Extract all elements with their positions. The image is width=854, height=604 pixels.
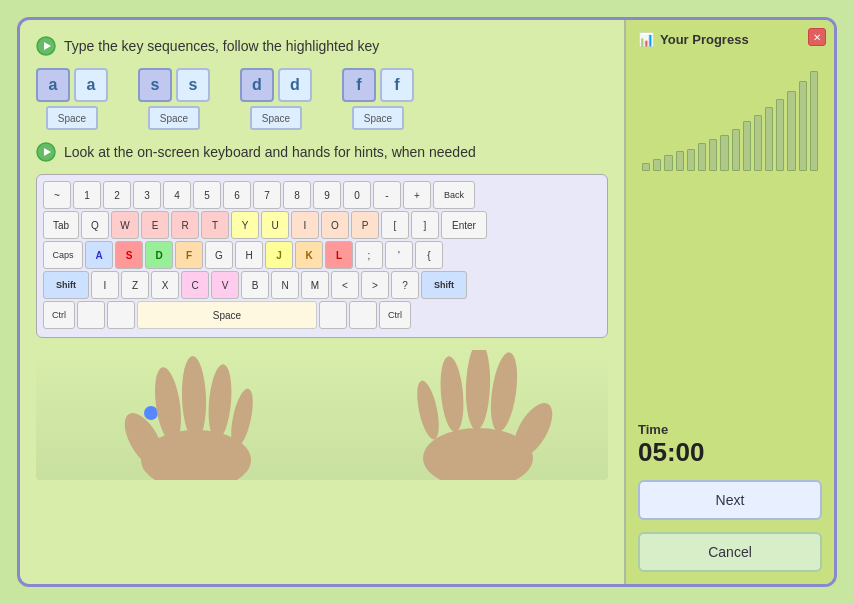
kb-2: 2 xyxy=(103,181,131,209)
keyboard: ~ 1 2 3 4 5 6 7 8 9 0 - + Back Tab Q W E xyxy=(36,174,608,338)
bar xyxy=(765,107,773,171)
kb-slash: ? xyxy=(391,271,419,299)
kb-lbrace: { xyxy=(415,241,443,269)
kb-p: P xyxy=(351,211,379,239)
kb-gt: > xyxy=(361,271,389,299)
kb-g: G xyxy=(205,241,233,269)
kb-l: L xyxy=(325,241,353,269)
kb-x: X xyxy=(151,271,179,299)
key-f-1: f xyxy=(342,68,376,102)
kb-j: J xyxy=(265,241,293,269)
kb-t: T xyxy=(201,211,229,239)
time-value: 05:00 xyxy=(638,437,822,468)
space-key-f: Space xyxy=(352,106,404,130)
kb-empty1 xyxy=(77,301,105,329)
key-s-1: s xyxy=(138,68,172,102)
seq-s: s s Space xyxy=(138,68,210,130)
kb-row-4: Shift I Z X C V B N M < > ? Shift xyxy=(43,271,601,299)
kb-space: Space xyxy=(137,301,317,329)
kb-empty4 xyxy=(349,301,377,329)
kb-q: Q xyxy=(81,211,109,239)
svg-point-13 xyxy=(438,355,467,433)
kb-quote: ' xyxy=(385,241,413,269)
bar xyxy=(676,151,684,171)
bar xyxy=(653,159,661,171)
kb-tab: Tab xyxy=(43,211,79,239)
left-panel: Type the key sequences, follow the highl… xyxy=(20,20,624,584)
close-button[interactable]: ✕ xyxy=(808,28,826,46)
kb-back: Back xyxy=(433,181,475,209)
kb-lt: < xyxy=(331,271,359,299)
time-section: Time 05:00 xyxy=(638,422,822,468)
kb-empty2 xyxy=(107,301,135,329)
bar xyxy=(687,149,695,171)
progress-section: 📊 Your Progress xyxy=(638,32,822,410)
key-f-2: f xyxy=(380,68,414,102)
seq-f: f f Space xyxy=(342,68,414,130)
kb-4: 4 xyxy=(163,181,191,209)
seq-a: a a Space xyxy=(36,68,108,130)
kb-row-5: Ctrl Space Ctrl xyxy=(43,301,601,329)
kb-f: F xyxy=(175,241,203,269)
kb-empty3 xyxy=(319,301,347,329)
bar xyxy=(709,139,717,171)
kb-semicolon: ; xyxy=(355,241,383,269)
kb-plus: + xyxy=(403,181,431,209)
kb-9: 9 xyxy=(313,181,341,209)
key-s-2: s xyxy=(176,68,210,102)
main-window: Type the key sequences, follow the highl… xyxy=(17,17,837,587)
kb-v: V xyxy=(211,271,239,299)
bar xyxy=(754,115,762,171)
kb-d: D xyxy=(145,241,173,269)
svg-point-15 xyxy=(487,351,522,434)
instruction-1: Type the key sequences, follow the highl… xyxy=(36,36,608,56)
kb-e: E xyxy=(141,211,169,239)
kb-b: B xyxy=(241,271,269,299)
space-key-d: Space xyxy=(250,106,302,130)
cancel-button[interactable]: Cancel xyxy=(638,532,822,572)
key-a-1: a xyxy=(36,68,70,102)
key-d-1: d xyxy=(240,68,274,102)
instruction-2: Look at the on-screen keyboard and hands… xyxy=(36,142,608,162)
bar xyxy=(664,155,672,171)
bar xyxy=(776,99,784,171)
bar xyxy=(642,163,650,171)
kb-tilde: ~ xyxy=(43,181,71,209)
space-key-a: Space xyxy=(46,106,98,130)
kb-n: N xyxy=(271,271,299,299)
kb-a: A xyxy=(85,241,113,269)
bar-chart xyxy=(638,55,822,175)
left-hand xyxy=(96,350,296,480)
play-icon-2[interactable] xyxy=(36,142,56,162)
svg-point-7 xyxy=(181,356,208,441)
progress-label: Your Progress xyxy=(660,32,749,47)
kb-5: 5 xyxy=(193,181,221,209)
kb-h: H xyxy=(235,241,263,269)
kb-u: U xyxy=(261,211,289,239)
kb-lbracket: [ xyxy=(381,211,409,239)
next-button[interactable]: Next xyxy=(638,480,822,520)
bar xyxy=(720,135,728,171)
kb-rshift: Shift xyxy=(421,271,467,299)
bar xyxy=(810,71,818,171)
kb-lshift: Shift xyxy=(43,271,89,299)
kb-8: 8 xyxy=(283,181,311,209)
seq-d: d d Space xyxy=(240,68,312,130)
key-d-2: d xyxy=(278,68,312,102)
kb-k: K xyxy=(295,241,323,269)
svg-point-8 xyxy=(206,363,235,441)
bar xyxy=(787,91,795,171)
kb-0: 0 xyxy=(343,181,371,209)
kb-6: 6 xyxy=(223,181,251,209)
kb-3: 3 xyxy=(133,181,161,209)
play-icon-1[interactable] xyxy=(36,36,56,56)
kb-row-1: ~ 1 2 3 4 5 6 7 8 9 0 - + Back xyxy=(43,181,601,209)
space-key-s: Space xyxy=(148,106,200,130)
kb-m: M xyxy=(301,271,329,299)
key-sequences: a a Space s s Space d d Space xyxy=(36,68,608,130)
key-a-2: a xyxy=(74,68,108,102)
kb-w: W xyxy=(111,211,139,239)
kb-rbracket: ] xyxy=(411,211,439,239)
bar xyxy=(732,129,740,171)
kb-s: S xyxy=(115,241,143,269)
